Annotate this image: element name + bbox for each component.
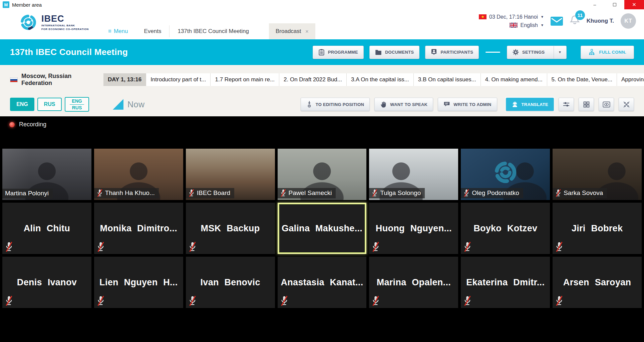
- mail-icon[interactable]: [551, 17, 563, 26]
- gear-icon: [513, 49, 519, 55]
- participant-tile[interactable]: Boyko Kotzev: [461, 203, 550, 254]
- participant-label: Pawel Samecki: [278, 188, 336, 198]
- documents-label: DOCUMENTS: [385, 50, 414, 55]
- participants-label: PARTICIPANTS: [440, 50, 473, 55]
- logo-brand: IBEC: [41, 14, 89, 23]
- notifications-bell[interactable]: 11: [570, 15, 580, 27]
- participant-label: Sarka Sovova: [553, 188, 607, 198]
- language-dropdown[interactable]: English ▼: [510, 22, 544, 28]
- participant-tile[interactable]: Jiri Bobrek: [553, 203, 642, 254]
- user-name[interactable]: Khuong T.: [587, 18, 614, 24]
- close-button[interactable]: ✕: [624, 0, 644, 9]
- page-title: 137th IBEC Council Meeting: [10, 47, 128, 57]
- video-tile[interactable]: Pawel Samecki: [278, 149, 367, 200]
- agenda-item[interactable]: DAY 1, 13:16: [103, 73, 146, 86]
- agenda-item[interactable]: Approving and Signin...: [617, 73, 644, 86]
- video-tile[interactable]: Tulga Solongo: [369, 149, 458, 200]
- agenda-item[interactable]: 1.7 Report on main re...: [211, 73, 279, 86]
- nav-meeting[interactable]: 137th IBEC Council Meeting: [170, 23, 257, 39]
- stream-settings-button[interactable]: [559, 98, 574, 111]
- participant-name: Denis Ivanov: [17, 277, 77, 288]
- video-tile[interactable]: Martina Polonyi: [2, 149, 91, 200]
- agenda-item[interactable]: 3.B On capital issues...: [414, 73, 481, 86]
- participant-name: Huong Nguyen...: [376, 223, 452, 234]
- avatar[interactable]: KT: [621, 13, 636, 29]
- video-tile[interactable]: Oleg Podomatko: [461, 149, 550, 200]
- participant-tile[interactable]: Ekaterina Dmitr...: [461, 257, 550, 308]
- maximize-button[interactable]: [605, 0, 624, 9]
- settings-dropdown-arrow[interactable]: ▼: [554, 46, 566, 59]
- documents-button[interactable]: DOCUMENTS: [369, 46, 419, 59]
- ibec-swirl-icon: [19, 13, 37, 31]
- to-editing-label: TO EDITING POSITION: [316, 102, 364, 107]
- write-to-admin-button[interactable]: WRITE TO ADMIN: [438, 98, 497, 111]
- mic-muted-icon: [189, 189, 195, 197]
- agenda-item[interactable]: Introductory part of t...: [146, 73, 211, 86]
- agenda-item-label: 3.B On capital issues...: [418, 76, 476, 83]
- translate-label: TRANSLATE: [522, 102, 548, 107]
- view-mode-button[interactable]: [599, 98, 614, 111]
- mic-muted-icon: [463, 242, 471, 252]
- full-conn-button[interactable]: FULL CONN.: [581, 46, 634, 59]
- agenda-item[interactable]: 4. On making amend...: [481, 73, 547, 86]
- clipboard-icon: [318, 49, 325, 56]
- mic-muted-icon: [555, 189, 561, 197]
- settings-button[interactable]: SETTINGS ▼: [507, 46, 566, 59]
- video-tile[interactable]: Thanh Ha Khuo...: [94, 149, 183, 200]
- participant-tile[interactable]: Huong Nguyen...: [369, 203, 458, 254]
- agenda-item[interactable]: 5. On the Date, Venue...: [547, 73, 617, 86]
- translate-button[interactable]: TRANSLATE: [506, 98, 554, 111]
- mic-muted-icon: [189, 242, 197, 252]
- participant-tile[interactable]: Ivan Benovic: [186, 257, 275, 308]
- lang-rus-button[interactable]: RUS: [37, 98, 62, 111]
- mic-muted-icon: [463, 296, 471, 306]
- agenda-item-label: 5. On the Date, Venue...: [552, 76, 612, 83]
- agenda-item[interactable]: 3.A On the capital iss...: [347, 73, 414, 86]
- participant-name: Boyko Kotzev: [473, 223, 537, 234]
- lang-rus-label: RUS: [44, 101, 55, 107]
- participant-tile[interactable]: Galina Makushe...: [278, 203, 367, 254]
- mic-muted-icon: [5, 242, 13, 252]
- lang-eng-button[interactable]: ENG: [10, 98, 34, 111]
- subheader: Moscow, Russian Federation DAY 1, 13:16 …: [0, 65, 644, 116]
- agenda-item[interactable]: 2. On Draft 2022 Bud...: [279, 73, 347, 86]
- tab-broadcast[interactable]: Broadcast ✕: [269, 23, 315, 39]
- nav-events[interactable]: Events: [136, 23, 169, 39]
- eye-icon: [603, 101, 610, 108]
- tab-close-icon[interactable]: ✕: [305, 29, 309, 34]
- minimize-button[interactable]: –: [585, 0, 605, 9]
- app-icon: M: [3, 1, 9, 8]
- participant-tile[interactable]: MSK Backup: [186, 203, 275, 254]
- now-label: Now: [127, 100, 145, 109]
- participant-tile[interactable]: Arsen Saroyan: [553, 257, 642, 308]
- want-to-speak-button[interactable]: WANT TO SPEAK: [374, 98, 433, 111]
- ibec-logo[interactable]: IBEC INTERNATIONAL BANK FOR ECONOMIC CO-…: [19, 13, 89, 31]
- sliders-icon: [563, 101, 570, 108]
- language-label: English: [520, 22, 538, 28]
- collapse-view-button[interactable]: [619, 98, 634, 111]
- main-nav: ≡ Menu Events 137th IBEC Council Meeting…: [100, 23, 315, 39]
- location-label: Moscow, Russian Federation: [21, 73, 103, 87]
- participant-tile[interactable]: Lien Nguyen H...: [94, 257, 183, 308]
- participants-button[interactable]: PARTICIPANTS: [425, 46, 479, 59]
- participant-tile[interactable]: Alin Chitu: [2, 203, 91, 254]
- arrow-to-target-icon: [306, 101, 312, 108]
- participant-tile[interactable]: Marina Opalen...: [369, 257, 458, 308]
- menu-button[interactable]: ≡ Menu: [100, 23, 136, 39]
- participant-label: Thanh Ha Khuo...: [94, 188, 159, 198]
- hand-icon: [380, 101, 387, 108]
- mic-muted-icon: [97, 189, 103, 197]
- to-editing-position-button[interactable]: TO EDITING POSITION: [301, 98, 370, 111]
- participant-tile[interactable]: Denis Ivanov: [2, 257, 91, 308]
- grid-layout-button[interactable]: [579, 98, 594, 111]
- datetime-dropdown[interactable]: ★ 03 Dec, 17:16 Hanoi ▼: [479, 14, 544, 20]
- video-tile[interactable]: IBEC Board: [186, 149, 275, 200]
- participant-tile[interactable]: Anastasia Kanat...: [278, 257, 367, 308]
- participant-name: Arsen Saroyan: [563, 277, 631, 288]
- lang-engrus-button[interactable]: ENG RUS: [65, 97, 89, 112]
- participant-name: Sarka Sovova: [564, 189, 603, 197]
- participant-label: Martina Polonyi: [2, 189, 53, 198]
- programme-button[interactable]: PROGRAMME: [313, 46, 364, 59]
- video-tile[interactable]: Sarka Sovova: [553, 149, 642, 200]
- participant-tile[interactable]: Monika Dimitro...: [94, 203, 183, 254]
